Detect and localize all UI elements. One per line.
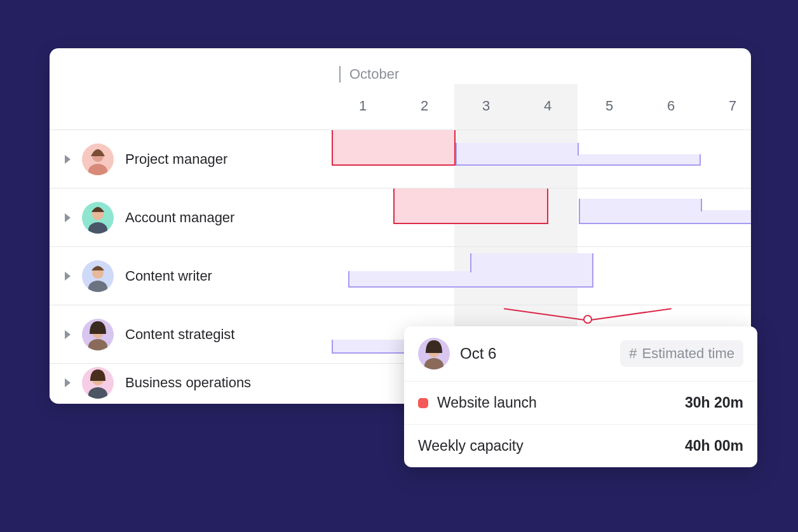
bar-under[interactable] (578, 154, 701, 166)
tooltip-header: Oct 6 # Estimated time (404, 326, 757, 381)
bar-under[interactable] (348, 271, 471, 288)
svg-point-7 (88, 339, 107, 350)
bar-step-edge (701, 199, 702, 211)
tooltip-item-label: Website launch (437, 394, 685, 411)
avatar (82, 367, 114, 399)
estimated-time-pill[interactable]: # Estimated time (620, 340, 743, 367)
day-1[interactable]: 1 (359, 98, 367, 114)
capacity-value: 40h 00m (685, 437, 743, 455)
expand-icon[interactable] (65, 378, 71, 387)
role-label: Business operations (125, 375, 251, 391)
day-4[interactable]: 4 (544, 98, 551, 114)
month-label: October (349, 66, 399, 83)
tooltip-item-value: 30h 20m (685, 394, 743, 411)
row-account-manager[interactable]: Account manager (50, 188, 751, 246)
day-6[interactable]: 6 (667, 98, 675, 114)
legend-dot-icon (418, 398, 428, 408)
timeline-header: October 1 2 3 4 5 6 7 8 (288, 48, 751, 130)
workload-tooltip: Oct 6 # Estimated time Website launch 30… (404, 326, 757, 467)
bar-under[interactable] (579, 199, 702, 224)
row-2-bars (288, 189, 751, 246)
role-label: Content writer (125, 268, 212, 284)
row-content-writer[interactable]: Content writer (50, 246, 751, 305)
app-background: October 1 2 3 4 5 6 7 8 (0, 0, 798, 532)
avatar (82, 143, 114, 175)
day-7[interactable]: 7 (729, 98, 736, 114)
role-label: Account manager (125, 209, 234, 226)
expand-icon[interactable] (65, 272, 71, 281)
row-1-bars (288, 130, 751, 188)
tooltip-date: Oct 6 (460, 345, 610, 362)
row-3-bars (288, 247, 751, 305)
hash-icon: # (629, 345, 637, 362)
role-label: Content strategist (125, 326, 234, 343)
day-labels: 1 2 3 4 5 6 7 8 (288, 98, 751, 123)
pill-label: Estimated time (642, 345, 735, 362)
bar-under[interactable] (456, 143, 579, 166)
bar-over[interactable] (332, 130, 456, 166)
bar-step-edge (578, 143, 579, 156)
day-3[interactable]: 3 (482, 98, 490, 114)
svg-point-1 (88, 164, 107, 175)
expand-icon[interactable] (65, 330, 71, 339)
bar-under[interactable] (470, 253, 593, 288)
avatar (82, 202, 114, 234)
bar-over[interactable] (393, 189, 548, 224)
month-start-tick (339, 66, 341, 83)
avatar (418, 338, 450, 369)
role-label: Project manager (125, 151, 227, 168)
bar-step-edge (470, 253, 471, 272)
svg-rect-13 (427, 347, 441, 350)
peak-marker-icon (583, 315, 592, 324)
avatar (82, 319, 114, 350)
svg-rect-8 (91, 328, 105, 331)
svg-point-10 (88, 387, 107, 399)
bar-under[interactable] (701, 210, 751, 224)
svg-point-5 (88, 281, 107, 292)
expand-icon[interactable] (65, 213, 71, 222)
avatar (82, 260, 114, 292)
tooltip-item[interactable]: Website launch 30h 20m (404, 381, 757, 424)
row-project-manager[interactable]: Project manager (50, 130, 751, 188)
tooltip-capacity: Weekly capacity 40h 00m (404, 424, 757, 467)
svg-point-12 (424, 358, 443, 369)
capacity-label: Weekly capacity (418, 437, 685, 455)
day-2[interactable]: 2 (421, 98, 428, 114)
expand-icon[interactable] (65, 155, 71, 164)
svg-point-3 (88, 222, 107, 234)
day-5[interactable]: 5 (605, 98, 613, 114)
